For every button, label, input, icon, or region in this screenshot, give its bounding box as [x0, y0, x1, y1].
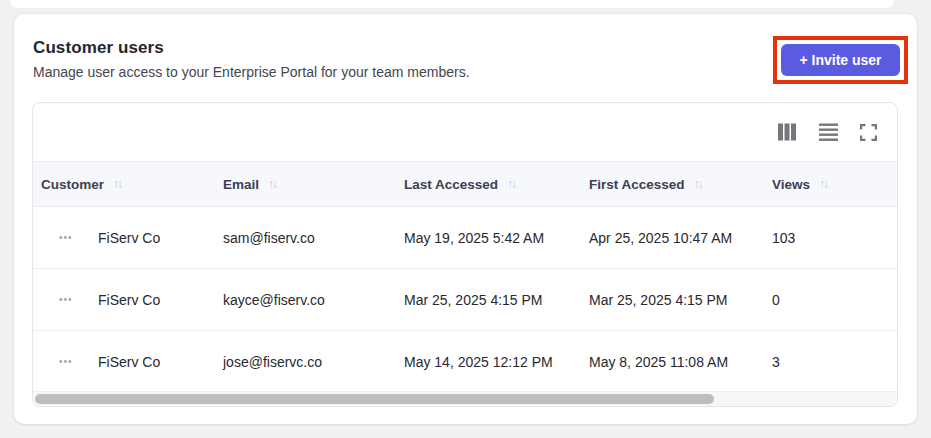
column-header-first-accessed[interactable]: First Accessed ↑↓ [589, 177, 772, 192]
column-header-views[interactable]: Views ↑↓ [772, 177, 897, 192]
sort-icon: ↑↓ [694, 177, 702, 191]
column-header-customer[interactable]: Customer ↑↓ [33, 177, 223, 192]
row-density-icon[interactable] [819, 122, 838, 142]
horizontal-scrollbar-track[interactable] [33, 391, 897, 406]
last-accessed-cell: May 19, 2025 5:42 AM [404, 230, 589, 246]
column-view-icon[interactable] [778, 122, 797, 142]
views-cell: 3 [772, 354, 897, 370]
row-menu-icon[interactable]: ••• [59, 232, 75, 243]
views-cell: 0 [772, 292, 897, 308]
users-table-card: Customer ↑↓ Email ↑↓ Last Accessed ↑↓ Fi… [32, 102, 898, 407]
panel-titles: Customer users Manage user access to you… [33, 38, 899, 80]
table-header-row: Customer ↑↓ Email ↑↓ Last Accessed ↑↓ Fi… [33, 161, 897, 207]
column-header-label: First Accessed [589, 177, 685, 192]
page-title: Customer users [33, 38, 899, 58]
last-accessed-cell: Mar 25, 2025 4:15 PM [404, 292, 589, 308]
column-header-last-accessed[interactable]: Last Accessed ↑↓ [404, 177, 589, 192]
invite-user-button[interactable]: + Invite user [781, 44, 900, 76]
sort-icon: ↑↓ [268, 177, 276, 191]
customer-cell: ••• FiServ Co [33, 354, 223, 370]
upper-card-edge [10, 0, 894, 8]
email-cell: sam@fiserv.co [223, 230, 404, 246]
customer-cell: ••• FiServ Co [33, 292, 223, 308]
panel-header: Customer users Manage user access to you… [14, 14, 917, 102]
customer-name: FiServ Co [98, 230, 160, 246]
first-accessed-cell: Apr 25, 2025 10:47 AM [589, 230, 772, 246]
table-row: ••• FiServ Co jose@fiservc.co May 14, 20… [33, 331, 897, 393]
column-header-label: Email [223, 177, 259, 192]
sort-icon: ↑↓ [819, 177, 827, 191]
customer-cell: ••• FiServ Co [33, 230, 223, 246]
column-header-label: Customer [41, 177, 104, 192]
customer-users-panel: Customer users Manage user access to you… [14, 14, 917, 424]
annotation-highlight-box: + Invite user [773, 36, 908, 84]
column-header-label: Views [772, 177, 810, 192]
page-subtitle: Manage user access to your Enterprise Po… [33, 64, 899, 80]
table-row: ••• FiServ Co kayce@fiserv.co Mar 25, 20… [33, 269, 897, 331]
views-cell: 103 [772, 230, 897, 246]
customer-name: FiServ Co [98, 292, 160, 308]
email-cell: jose@fiservc.co [223, 354, 404, 370]
first-accessed-cell: Mar 25, 2025 4:15 PM [589, 292, 772, 308]
email-cell: kayce@fiserv.co [223, 292, 404, 308]
last-accessed-cell: May 14, 2025 12:12 PM [404, 354, 589, 370]
table-row: ••• FiServ Co sam@fiserv.co May 19, 2025… [33, 207, 897, 269]
first-accessed-cell: May 8, 2025 11:08 AM [589, 354, 772, 370]
row-menu-icon[interactable]: ••• [59, 294, 75, 305]
sort-icon: ↑↓ [507, 177, 515, 191]
horizontal-scrollbar-thumb[interactable] [35, 394, 714, 404]
row-menu-icon[interactable]: ••• [59, 356, 75, 367]
customer-name: FiServ Co [98, 354, 160, 370]
column-header-email[interactable]: Email ↑↓ [223, 177, 404, 192]
sort-icon: ↑↓ [113, 177, 121, 191]
fullscreen-icon[interactable] [860, 122, 877, 142]
column-header-label: Last Accessed [404, 177, 498, 192]
table-toolbar [33, 103, 897, 161]
